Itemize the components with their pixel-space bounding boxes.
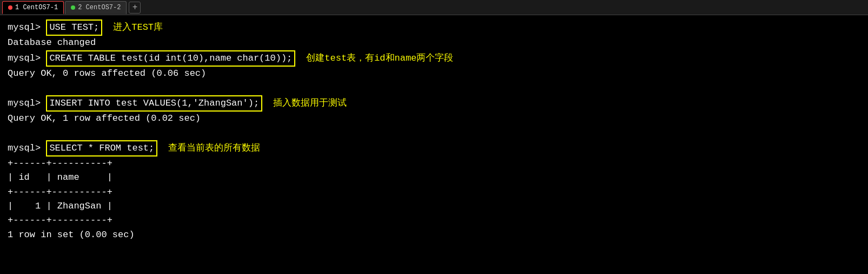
line-blank-1: [8, 81, 860, 95]
output-row-in-set: 1 row in set (0.00 sec): [8, 228, 135, 242]
line-query-ok-0: Query OK, 0 rows affected (0.06 sec): [8, 67, 860, 81]
line-table-border-top: +------+----------+: [8, 156, 860, 171]
output-query-ok-0: Query OK, 0 rows affected (0.06 sec): [8, 67, 206, 81]
tab-dot-inactive: [71, 5, 75, 10]
tab-label-1: 1 CentOS7-1: [15, 4, 58, 11]
tab-add-button[interactable]: +: [129, 2, 141, 14]
prompt-4: mysql>: [8, 141, 46, 155]
comment-insert: 插入数据用于测试: [273, 96, 347, 110]
line-query-ok-1: Query OK, 1 row affected (0.02 sec): [8, 112, 860, 126]
comment-use-test: 进入TEST库: [113, 21, 163, 35]
cmd-insert: INSERT INTO test VALUES(1,'ZhangSan');: [46, 95, 262, 112]
cmd-create-table: CREATE TABLE test(id int(10),name char(1…: [46, 50, 295, 67]
line-db-changed: Database changed: [8, 36, 860, 50]
cmd-select: SELECT * FROM test;: [46, 140, 157, 156]
table-header: | id | name |: [8, 171, 112, 185]
tab-dot-active: [8, 5, 12, 10]
table-border-mid: +------+----------+: [8, 185, 112, 199]
comment-select: 查看当前表的所有数据: [168, 141, 260, 155]
terminal: mysql> USE TEST;进入TEST库 Database changed…: [0, 15, 868, 274]
prompt-2: mysql>: [8, 51, 46, 66]
output-query-ok-1: Query OK, 1 row affected (0.02 sec): [8, 112, 201, 126]
line-table-border-mid: +------+----------+: [8, 185, 860, 199]
prompt-1: mysql>: [8, 21, 46, 35]
prompt-3: mysql>: [8, 96, 46, 110]
line-insert: mysql> INSERT INTO test VALUES(1,'ZhangS…: [8, 95, 860, 112]
table-row: | 1 | ZhangSan |: [8, 199, 112, 213]
comment-create-table: 创建test表，有id和name两个字段: [306, 51, 453, 66]
output-db-changed: Database changed: [8, 36, 96, 50]
line-blank-2: [8, 126, 860, 140]
line-create-table: mysql> CREATE TABLE test(id int(10),name…: [8, 50, 860, 67]
tab-add-icon: +: [132, 3, 138, 12]
line-select: mysql> SELECT * FROM test;查看当前表的所有数据: [8, 140, 860, 156]
table-border-top: +------+----------+: [8, 156, 112, 171]
line-table-border-bottom: +------+----------+: [8, 213, 860, 227]
tab-centos7-2[interactable]: 2 CentOS7-2: [65, 1, 127, 14]
line-table-header: | id | name |: [8, 171, 860, 185]
tab-bar: 1 CentOS7-1 2 CentOS7-2 +: [0, 0, 868, 15]
cmd-use-test: USE TEST;: [46, 19, 102, 36]
line-use-test: mysql> USE TEST;进入TEST库: [8, 19, 860, 36]
tab-centos7-1[interactable]: 1 CentOS7-1: [2, 1, 64, 14]
tab-label-2: 2 CentOS7-2: [78, 4, 121, 11]
line-table-row: | 1 | ZhangSan |: [8, 199, 860, 213]
table-border-bottom: +------+----------+: [8, 213, 112, 227]
line-row-in-set: 1 row in set (0.00 sec): [8, 228, 860, 242]
